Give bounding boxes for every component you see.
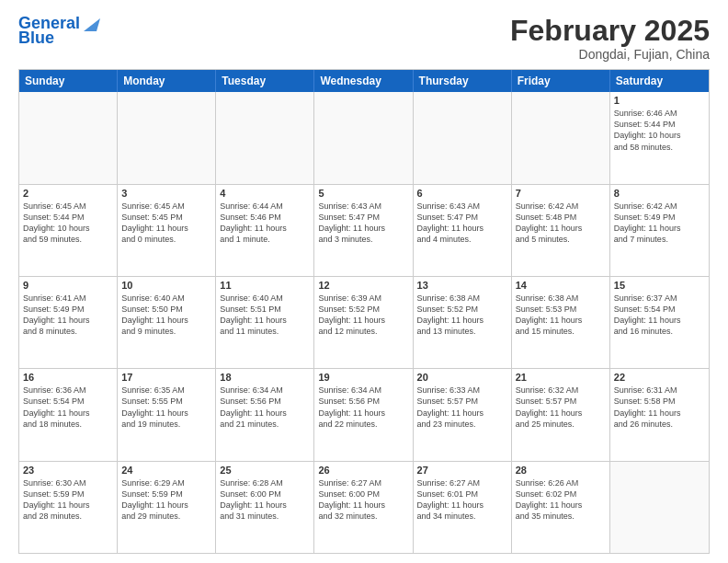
empty-cell (512, 92, 610, 183)
day-header-monday: Monday (118, 70, 216, 92)
day-cell-6: 6Sunrise: 6:43 AM Sunset: 5:47 PM Daylig… (414, 185, 512, 276)
day-number: 27 (417, 465, 507, 476)
day-header-wednesday: Wednesday (314, 70, 413, 92)
day-cell-1: 1Sunrise: 6:46 AM Sunset: 5:44 PM Daylig… (610, 92, 709, 183)
empty-cell (414, 92, 512, 183)
location: Dongdai, Fujian, China (510, 47, 710, 62)
day-number: 28 (516, 465, 606, 476)
day-cell-28: 28Sunrise: 6:26 AM Sunset: 6:02 PM Dayli… (512, 462, 610, 553)
empty-cell (118, 92, 216, 183)
empty-cell (610, 462, 709, 553)
day-info: Sunrise: 6:35 AM Sunset: 5:55 PM Dayligh… (121, 385, 211, 430)
day-info: Sunrise: 6:33 AM Sunset: 5:57 PM Dayligh… (417, 385, 507, 430)
day-number: 8 (614, 188, 705, 199)
day-number: 1 (614, 95, 705, 106)
day-number: 13 (417, 280, 507, 291)
day-cell-8: 8Sunrise: 6:42 AM Sunset: 5:49 PM Daylig… (610, 185, 709, 276)
header: General Blue February 2025 Dongdai, Fuji… (18, 15, 710, 62)
day-info: Sunrise: 6:42 AM Sunset: 5:49 PM Dayligh… (614, 201, 705, 246)
page: General Blue February 2025 Dongdai, Fuji… (0, 0, 728, 563)
calendar: SundayMondayTuesdayWednesdayThursdayFrid… (18, 69, 710, 554)
day-cell-21: 21Sunrise: 6:32 AM Sunset: 5:57 PM Dayli… (512, 369, 610, 460)
day-number: 9 (23, 280, 113, 291)
day-number: 18 (220, 372, 310, 383)
header-right: February 2025 Dongdai, Fujian, China (510, 15, 710, 62)
day-number: 19 (318, 372, 408, 383)
calendar-header: SundayMondayTuesdayWednesdayThursdayFrid… (19, 70, 709, 92)
logo-bird-icon (80, 15, 100, 33)
day-cell-25: 25Sunrise: 6:28 AM Sunset: 6:00 PM Dayli… (216, 462, 314, 553)
day-number: 22 (614, 372, 705, 383)
day-header-friday: Friday (512, 70, 610, 92)
day-cell-17: 17Sunrise: 6:35 AM Sunset: 5:55 PM Dayli… (118, 369, 216, 460)
day-info: Sunrise: 6:34 AM Sunset: 5:56 PM Dayligh… (220, 385, 310, 430)
day-number: 20 (417, 372, 507, 383)
day-number: 4 (220, 188, 310, 199)
day-info: Sunrise: 6:27 AM Sunset: 6:01 PM Dayligh… (417, 477, 507, 523)
day-number: 17 (121, 372, 211, 383)
calendar-week-3: 9Sunrise: 6:41 AM Sunset: 5:49 PM Daylig… (19, 277, 709, 369)
day-cell-7: 7Sunrise: 6:42 AM Sunset: 5:48 PM Daylig… (512, 185, 610, 276)
day-info: Sunrise: 6:30 AM Sunset: 5:59 PM Dayligh… (23, 477, 113, 523)
calendar-week-5: 23Sunrise: 6:30 AM Sunset: 5:59 PM Dayli… (19, 462, 709, 553)
day-number: 14 (516, 280, 606, 291)
day-cell-3: 3Sunrise: 6:45 AM Sunset: 5:45 PM Daylig… (118, 185, 216, 276)
day-info: Sunrise: 6:38 AM Sunset: 5:53 PM Dayligh… (516, 293, 606, 338)
day-cell-19: 19Sunrise: 6:34 AM Sunset: 5:56 PM Dayli… (314, 369, 413, 460)
empty-cell (216, 92, 314, 183)
day-info: Sunrise: 6:34 AM Sunset: 5:56 PM Dayligh… (318, 385, 408, 430)
day-number: 21 (516, 372, 606, 383)
day-number: 12 (318, 280, 408, 291)
month-title: February 2025 (510, 15, 710, 47)
day-cell-20: 20Sunrise: 6:33 AM Sunset: 5:57 PM Dayli… (414, 369, 512, 460)
day-cell-10: 10Sunrise: 6:40 AM Sunset: 5:50 PM Dayli… (118, 277, 216, 368)
day-cell-13: 13Sunrise: 6:38 AM Sunset: 5:52 PM Dayli… (414, 277, 512, 368)
day-info: Sunrise: 6:39 AM Sunset: 5:52 PM Dayligh… (318, 293, 408, 338)
calendar-week-2: 2Sunrise: 6:45 AM Sunset: 5:44 PM Daylig… (19, 185, 709, 277)
logo: General Blue (18, 15, 100, 48)
day-header-tuesday: Tuesday (216, 70, 314, 92)
logo-text-blue: Blue (18, 29, 54, 48)
day-info: Sunrise: 6:42 AM Sunset: 5:48 PM Dayligh… (516, 201, 606, 246)
day-info: Sunrise: 6:27 AM Sunset: 6:00 PM Dayligh… (318, 477, 408, 523)
day-number: 6 (417, 188, 507, 199)
day-cell-16: 16Sunrise: 6:36 AM Sunset: 5:54 PM Dayli… (19, 369, 118, 460)
day-cell-24: 24Sunrise: 6:29 AM Sunset: 5:59 PM Dayli… (118, 462, 216, 553)
day-info: Sunrise: 6:38 AM Sunset: 5:52 PM Dayligh… (417, 293, 507, 338)
day-number: 26 (318, 465, 408, 476)
day-number: 7 (516, 188, 606, 199)
day-info: Sunrise: 6:36 AM Sunset: 5:54 PM Dayligh… (23, 385, 113, 430)
day-info: Sunrise: 6:45 AM Sunset: 5:45 PM Dayligh… (121, 201, 211, 246)
day-number: 2 (23, 188, 113, 199)
day-header-thursday: Thursday (414, 70, 512, 92)
day-info: Sunrise: 6:37 AM Sunset: 5:54 PM Dayligh… (614, 293, 705, 338)
day-header-saturday: Saturday (610, 70, 709, 92)
day-cell-27: 27Sunrise: 6:27 AM Sunset: 6:01 PM Dayli… (414, 462, 512, 553)
day-info: Sunrise: 6:45 AM Sunset: 5:44 PM Dayligh… (23, 201, 113, 246)
day-number: 3 (121, 188, 211, 199)
day-number: 24 (121, 465, 211, 476)
empty-cell (19, 92, 118, 183)
day-cell-14: 14Sunrise: 6:38 AM Sunset: 5:53 PM Dayli… (512, 277, 610, 368)
svg-marker-0 (84, 18, 100, 31)
day-cell-2: 2Sunrise: 6:45 AM Sunset: 5:44 PM Daylig… (19, 185, 118, 276)
day-info: Sunrise: 6:26 AM Sunset: 6:02 PM Dayligh… (516, 477, 606, 523)
day-info: Sunrise: 6:43 AM Sunset: 5:47 PM Dayligh… (417, 201, 507, 246)
day-info: Sunrise: 6:31 AM Sunset: 5:58 PM Dayligh… (614, 385, 705, 430)
day-info: Sunrise: 6:29 AM Sunset: 5:59 PM Dayligh… (121, 477, 211, 523)
day-info: Sunrise: 6:28 AM Sunset: 6:00 PM Dayligh… (220, 477, 310, 523)
day-number: 11 (220, 280, 310, 291)
day-header-sunday: Sunday (19, 70, 118, 92)
day-cell-22: 22Sunrise: 6:31 AM Sunset: 5:58 PM Dayli… (610, 369, 709, 460)
day-number: 23 (23, 465, 113, 476)
calendar-week-1: 1Sunrise: 6:46 AM Sunset: 5:44 PM Daylig… (19, 92, 709, 184)
day-number: 5 (318, 188, 408, 199)
day-info: Sunrise: 6:32 AM Sunset: 5:57 PM Dayligh… (516, 385, 606, 430)
day-cell-12: 12Sunrise: 6:39 AM Sunset: 5:52 PM Dayli… (314, 277, 413, 368)
day-number: 25 (220, 465, 310, 476)
day-info: Sunrise: 6:44 AM Sunset: 5:46 PM Dayligh… (220, 201, 310, 246)
calendar-body: 1Sunrise: 6:46 AM Sunset: 5:44 PM Daylig… (19, 92, 709, 553)
day-cell-5: 5Sunrise: 6:43 AM Sunset: 5:47 PM Daylig… (314, 185, 413, 276)
day-cell-9: 9Sunrise: 6:41 AM Sunset: 5:49 PM Daylig… (19, 277, 118, 368)
day-cell-15: 15Sunrise: 6:37 AM Sunset: 5:54 PM Dayli… (610, 277, 709, 368)
